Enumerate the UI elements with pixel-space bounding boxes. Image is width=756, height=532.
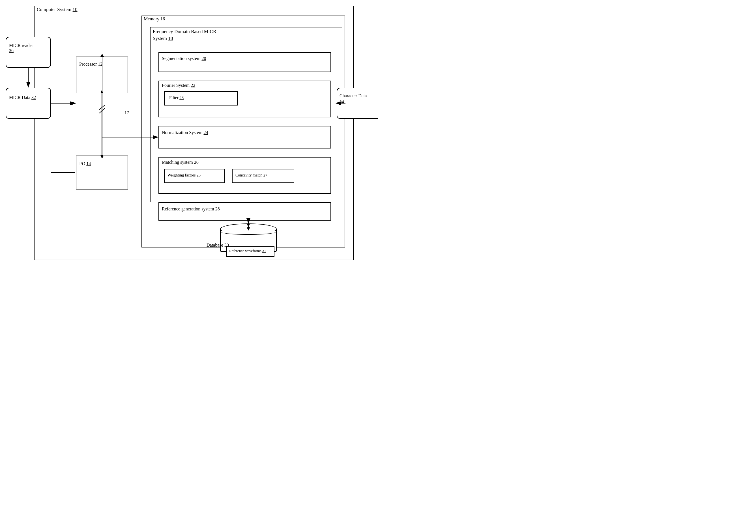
database-label: Database 30 xyxy=(206,243,229,248)
bus-number: 17 xyxy=(124,110,129,115)
matching-label: Matching system 26 xyxy=(162,160,199,165)
weighting-text: Weighting factors xyxy=(168,173,196,177)
freq-line1: Frequency Domain Based MICR xyxy=(153,29,216,34)
bus-label-17: 17 xyxy=(124,110,129,116)
fourier-number: 22 xyxy=(191,83,195,88)
segmentation-number: 20 xyxy=(202,56,206,61)
database-text: Database xyxy=(206,243,223,248)
diagram: Computer System 10 Memory 16 Frequency D… xyxy=(0,0,378,266)
micr-data-number: 32 xyxy=(31,95,36,100)
matching-number: 26 xyxy=(194,160,199,165)
filter-number: 23 xyxy=(179,95,184,100)
micr-reader-label: MICR reader 36 xyxy=(9,43,33,53)
segmentation-box xyxy=(158,52,331,72)
segmentation-label: Segmentation system 20 xyxy=(162,56,206,61)
ref-waveforms-number: 31 xyxy=(262,249,266,253)
freq-line2: System xyxy=(153,36,167,41)
computer-system-number: 10 xyxy=(73,7,77,12)
concavity-label: Concavity match 27 xyxy=(235,173,267,178)
normalization-number: 24 xyxy=(204,130,208,135)
micr-reader-number: 36 xyxy=(9,48,14,53)
normalization-label: Normalization System 24 xyxy=(162,130,208,135)
filter-label: Filter 23 xyxy=(169,95,184,100)
micr-reader-text: MICR reader xyxy=(9,43,33,48)
matching-text: Matching system xyxy=(162,160,193,165)
freq-domain-label: Frequency Domain Based MICR System 18 xyxy=(153,28,216,42)
normalization-box xyxy=(158,126,331,148)
char-data-number: 34 xyxy=(339,99,344,104)
processor-label: Processor 12 xyxy=(79,62,102,67)
weighting-label: Weighting factors 25 xyxy=(168,173,201,178)
memory-label: Memory 16 xyxy=(144,16,165,21)
fourier-label: Fourier System 22 xyxy=(162,83,195,88)
io-box xyxy=(76,156,128,190)
char-data-label: Character Data 34 xyxy=(339,93,367,105)
database-number: 30 xyxy=(224,243,229,248)
segmentation-text: Segmentation system xyxy=(162,56,200,61)
db-top-inner xyxy=(221,229,276,235)
io-number: 14 xyxy=(86,161,91,166)
concavity-text: Concavity match xyxy=(235,173,262,177)
memory-text: Memory xyxy=(144,16,159,21)
ref-gen-label: Reference generation system 28 xyxy=(162,206,220,212)
freq-number: 18 xyxy=(168,36,173,41)
memory-number: 16 xyxy=(160,16,165,21)
ref-waveforms-text: Reference waveforms xyxy=(229,249,261,253)
micr-data-label: MICR Data 32 xyxy=(9,95,36,100)
weighting-number: 25 xyxy=(197,173,201,177)
computer-system-text: Computer System xyxy=(37,7,71,12)
ref-gen-text: Reference generation system xyxy=(162,206,214,211)
fourier-text: Fourier System xyxy=(162,83,190,88)
io-text: I/O xyxy=(79,161,85,166)
processor-text: Processor xyxy=(79,62,97,66)
computer-system-label: Computer System 10 xyxy=(37,7,77,13)
char-data-text: Character Data xyxy=(339,93,367,98)
io-label: I/O 14 xyxy=(79,161,91,166)
ref-waveforms-label: Reference waveforms 31 xyxy=(229,249,266,253)
filter-text: Filter xyxy=(169,95,178,100)
micr-data-text: MICR Data xyxy=(9,95,30,100)
concavity-number: 27 xyxy=(263,173,267,177)
normalization-text: Normalization System xyxy=(162,130,202,135)
micr-data-box xyxy=(6,88,51,119)
ref-gen-number: 28 xyxy=(215,206,220,211)
processor-number: 12 xyxy=(98,62,102,66)
